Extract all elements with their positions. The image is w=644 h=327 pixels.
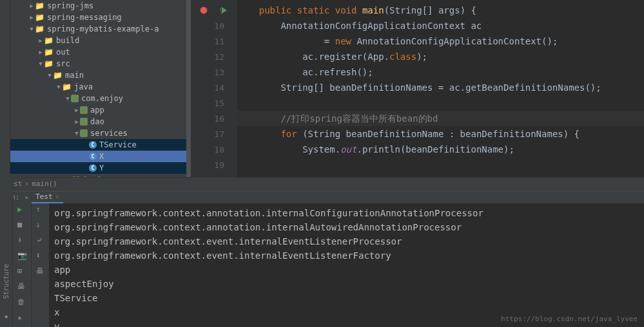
breakpoint-icon[interactable]: [200, 6, 208, 14]
tree-item-label: TService: [99, 140, 137, 149]
tree-item-label: spring-mybatis-example-a: [47, 24, 159, 33]
tree-item[interactable]: ▼📁src: [10, 58, 191, 70]
tree-item[interactable]: ▼com.enjoy: [10, 93, 191, 104]
breadcrumb-item[interactable]: main(): [32, 180, 57, 188]
class-icon: C: [89, 141, 97, 149]
up-icon[interactable]: ↑: [36, 205, 45, 214]
wrap-icon[interactable]: ⤶: [36, 236, 45, 245]
code-text: AnnotationConfigApplicationContext();: [351, 36, 558, 46]
tree-item[interactable]: ▶📁spring-messaging: [10, 12, 191, 23]
keyword: new: [335, 36, 351, 46]
expand-arrow-icon[interactable]: ▶: [37, 37, 44, 44]
clear-icon[interactable]: 🗑: [17, 297, 26, 306]
tree-scrollbar[interactable]: [186, 0, 191, 177]
console-output[interactable]: org.springframework.context.annotation.i…: [49, 191, 644, 327]
gutter-line[interactable]: 14: [191, 80, 237, 95]
expand-arrow-icon[interactable]: ▼: [64, 176, 71, 177]
gutter-line[interactable]: 13: [191, 64, 237, 80]
print2-icon[interactable]: 🖶: [36, 266, 45, 276]
gutter-line[interactable]: 18: [191, 142, 237, 157]
tree-item[interactable]: ▼services: [10, 127, 191, 139]
expand-arrow-icon[interactable]: ▼: [46, 72, 53, 79]
project-tree[interactable]: ▶📁spring-jms▶📁spring-messaging▼📁spring-m…: [10, 0, 191, 177]
tree-item[interactable]: ▶📁out: [10, 46, 191, 58]
layout-icon[interactable]: ⊞: [17, 266, 26, 276]
left-tool-strip[interactable]: Structure ★: [0, 177, 13, 327]
tree-item[interactable]: ▼📁main: [10, 70, 191, 81]
stop-icon[interactable]: ■: [17, 220, 26, 229]
tree-item[interactable]: ▶dao: [10, 116, 191, 127]
down-icon[interactable]: ↓: [36, 220, 45, 229]
console-line: org.springframework.context.annotation.i…: [54, 220, 644, 234]
tree-item[interactable]: CX: [10, 151, 191, 162]
tree-item[interactable]: ▼📁test: [10, 174, 191, 177]
structure-tool[interactable]: Structure: [3, 264, 10, 299]
tree-item[interactable]: ▶📁build: [10, 35, 191, 46]
gutter-line[interactable]: 15: [191, 95, 237, 111]
tree-item-label: main: [65, 71, 84, 80]
console-line: app: [54, 263, 644, 277]
gutter-line[interactable]: 19: [191, 157, 237, 173]
close-icon[interactable]: ×: [55, 192, 60, 201]
exit-icon[interactable]: ⬇: [17, 236, 26, 245]
run-panel-header: Run: ▸ Test×: [0, 191, 644, 203]
tree-item-label: X: [99, 152, 104, 161]
gutter-line[interactable]: 16: [191, 111, 237, 126]
tree-item[interactable]: ▶app: [10, 104, 191, 116]
expand-arrow-icon[interactable]: ▶: [73, 118, 80, 125]
folder-icon: 📁: [53, 71, 63, 80]
folder-icon: 📁: [71, 175, 81, 177]
gutter-line[interactable]: 17: [191, 126, 237, 142]
keyword: static: [297, 5, 330, 15]
pin-icon[interactable]: ★: [17, 313, 26, 322]
tree-item-label: services: [90, 129, 128, 138]
comment: //打印spring容器当中所有bean的bd: [237, 113, 438, 124]
gutter-line[interactable]: 10: [191, 18, 237, 33]
tree-item[interactable]: CTService: [10, 139, 191, 151]
gutter-line[interactable]: 9: [191, 3, 237, 18]
print-icon[interactable]: 🖶: [17, 282, 26, 291]
code-text: =: [237, 36, 335, 46]
tree-item-label: com.enjoy: [81, 94, 123, 103]
rerun-icon[interactable]: ▶: [17, 205, 26, 214]
gutter-line[interactable]: 12: [191, 49, 237, 64]
console-line: org.springframework.context.event.intern…: [54, 234, 644, 248]
code-area[interactable]: public static void main(String[] args) {…: [237, 0, 644, 177]
expand-arrow-icon[interactable]: ▼: [28, 26, 35, 32]
tree-item-label: build: [56, 36, 79, 45]
run-tab[interactable]: Test×: [32, 191, 63, 203]
expand-arrow-icon[interactable]: ▶: [73, 107, 80, 113]
bookmark-icon[interactable]: ★: [4, 312, 8, 321]
tree-item[interactable]: CY: [10, 162, 191, 174]
expand-arrow-icon[interactable]: ▶: [37, 49, 44, 55]
scroll-icon[interactable]: ⬇: [36, 251, 45, 260]
run-gutter-icon[interactable]: [222, 7, 227, 14]
console-line: org.springframework.context.annotation.i…: [54, 206, 644, 220]
gutter-line[interactable]: 11: [191, 33, 237, 49]
expand-arrow-icon[interactable]: ▼: [73, 130, 80, 136]
expand-arrow-icon[interactable]: ▶: [28, 3, 35, 9]
code-text: (String[] args) {: [384, 5, 476, 15]
tree-item-label: dao: [90, 117, 104, 126]
expand-arrow-icon[interactable]: ▼: [64, 95, 71, 102]
dump-icon[interactable]: 📷: [17, 251, 26, 260]
breadcrumb-separator: ›: [25, 180, 30, 188]
editor-gutter[interactable]: 910111213141516171819: [191, 0, 237, 177]
tree-item-label: Y: [99, 164, 104, 173]
tree-item-label: src: [56, 59, 70, 68]
expand-arrow-icon[interactable]: ▼: [55, 84, 62, 90]
breadcrumb[interactable]: Test › main(): [0, 177, 644, 190]
keyword: [237, 5, 259, 15]
expand-arrow-icon[interactable]: ▼: [37, 61, 44, 67]
tree-item[interactable]: ▼📁java: [10, 81, 191, 93]
folder-icon: 📁: [35, 24, 44, 33]
expand-arrow-icon[interactable]: ▶: [28, 14, 35, 21]
tree-item-label: spring-jms: [47, 1, 93, 10]
tree-item[interactable]: ▼📁spring-mybatis-example-a: [10, 23, 191, 35]
code-text: [237, 95, 644, 111]
run-tab-label: Test: [35, 192, 53, 201]
code-text: );: [416, 51, 427, 62]
tree-item[interactable]: ▶📁spring-jms: [10, 0, 191, 12]
code-editor[interactable]: 910111213141516171819 public static void…: [191, 0, 644, 177]
code-text: ac.register(App.: [237, 51, 389, 62]
